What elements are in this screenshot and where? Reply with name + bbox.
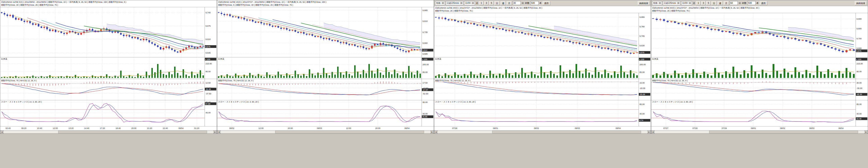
interval-week-button[interactable]: 週 bbox=[500, 1, 506, 5]
scroll-right-button[interactable]: ▶ bbox=[430, 131, 434, 134]
stoch-pane[interactable]: スロー・ストキャスティクス( 14, 3, 60, 20 ) 95.0045.0… bbox=[0, 100, 217, 126]
volume-pane[interactable]: 出来高 200.0085.00x 100 bbox=[217, 57, 434, 79]
scroll-right-button[interactable]: ▶ bbox=[213, 131, 217, 134]
interval-5min-button[interactable]: 5 bbox=[706, 1, 711, 5]
chart-panel-15min: 日経225mini 11/09( 15分) ( 2011/07/27 - 201… bbox=[217, 0, 434, 134]
h-scrollbar[interactable]: ◀ ▶ bbox=[651, 130, 868, 134]
svg-text:9,545: 9,545 bbox=[206, 52, 211, 54]
svg-text:9,675: 9,675 bbox=[206, 25, 211, 27]
volume-pane[interactable]: 出来高 200.0085.00x 100 bbox=[434, 57, 651, 79]
instrument-select[interactable]: 日経225mini▼ bbox=[446, 1, 464, 5]
scroll-left-button[interactable]: ◀ bbox=[0, 131, 4, 134]
scroll-left-button[interactable]: ◀ bbox=[651, 131, 655, 134]
scroll-left-button[interactable]: ◀ bbox=[217, 131, 221, 134]
macd-pane[interactable]: 移動平均(Close, 75 ) MACD( 12, 26, 9 ) 12.50… bbox=[0, 79, 217, 100]
scroll-track[interactable] bbox=[438, 131, 647, 134]
toolbar-right-group: 銘柄検索 bbox=[638, 1, 650, 5]
chart-panel-5min: 日経225mini 11/09( 5分) ( 2011/08/02 - 2011… bbox=[0, 0, 217, 134]
time-label: 08/01 bbox=[491, 127, 500, 130]
scroll-thumb[interactable] bbox=[492, 131, 641, 133]
svg-text:-11.48: -11.48 bbox=[205, 88, 211, 90]
interval-1min-button[interactable]: 1 bbox=[696, 1, 701, 5]
svg-text:-37.50: -37.50 bbox=[206, 92, 211, 95]
price-chart[interactable]: 9,7409,6759,6109,5459,575 bbox=[0, 7, 217, 57]
time-label: 13:20 bbox=[66, 127, 76, 130]
volume-pane[interactable]: 出来高 215.0095.00x 100 bbox=[0, 57, 217, 79]
scroll-track[interactable] bbox=[655, 131, 864, 134]
scroll-thumb[interactable] bbox=[58, 131, 207, 133]
svg-text:25.85: 25.85 bbox=[422, 116, 428, 118]
time-label: 20:00 bbox=[373, 127, 383, 130]
chart-title-line1: 日経225mini 11/09( 30分) ( 2011/07/27 - 201… bbox=[435, 6, 650, 9]
stoch-label: スロー・ストキャスティクス( 14, 3, 60, 20 ) bbox=[652, 101, 693, 104]
interval-week-button[interactable]: 週 bbox=[717, 1, 723, 5]
volume-pane[interactable]: 出来高 215.0095.00x 100 bbox=[651, 57, 868, 79]
h-scrollbar[interactable]: ◀ ▶ bbox=[0, 130, 217, 134]
svg-text:215.00: 215.00 bbox=[206, 62, 212, 65]
chart-title-line2: 移動平均(Close, 25 ) 移動平均(Close, 75 ) bbox=[652, 9, 867, 12]
time-label: 09:20 bbox=[19, 127, 29, 130]
stoch-pane[interactable]: スロー・ストキャスティクス( 14, 3, 60, 20 ) 85.0040.0… bbox=[434, 100, 651, 126]
bar-count-input[interactable] bbox=[747, 1, 755, 5]
bar-count-input[interactable] bbox=[530, 1, 538, 5]
instrument-select[interactable]: 日経225mini▼ bbox=[663, 1, 681, 5]
scroll-track[interactable] bbox=[4, 131, 213, 134]
svg-text:95.00: 95.00 bbox=[423, 101, 428, 104]
svg-text:-17.07: -17.07 bbox=[422, 89, 428, 91]
h-scrollbar[interactable]: ◀ ▶ bbox=[434, 130, 651, 134]
interval-day-button[interactable]: 日 bbox=[494, 1, 500, 5]
apply-button[interactable]: 適用 bbox=[760, 1, 767, 5]
scroll-left-button[interactable]: ◀ bbox=[434, 131, 438, 134]
svg-text:9,780: 9,780 bbox=[640, 26, 645, 28]
price-chart[interactable]: 9,9009,8009,7009,6009,575 bbox=[651, 13, 868, 57]
price-chart[interactable]: 9,8559,7809,7059,6309,575 bbox=[434, 13, 651, 57]
svg-text:30.00: 30.00 bbox=[857, 82, 862, 84]
interval-3min-button[interactable]: 3 bbox=[484, 1, 489, 5]
stoch-pane[interactable]: スロー・ストキャスティクス( 14, 3, 60, 20 ) 95.0040.0… bbox=[217, 100, 434, 126]
time-label: 20:00 bbox=[285, 127, 295, 130]
interval-minutes-input[interactable] bbox=[513, 1, 521, 5]
h-scrollbar[interactable]: ◀ ▶ bbox=[217, 130, 434, 134]
price-chart[interactable]: 9,8859,8109,7359,6609,5859,612 bbox=[217, 7, 434, 57]
stoch-pane[interactable]: スロー・ストキャスティクス( 14, 3, 60, 20 ) 85.0040.0… bbox=[651, 100, 868, 126]
macd-pane[interactable]: 移動平均(Close, 75 ) MACD( 12, 26, 9 ) 15.00… bbox=[434, 79, 651, 100]
chart-panel-60min: 先物▼日経225mini▼11/09▼足135日週月分本数本適用銘柄検索 日経2… bbox=[651, 0, 868, 134]
interval-1min-button[interactable]: 1 bbox=[479, 1, 484, 5]
volume-label: 出来高 bbox=[435, 58, 441, 60]
interval-month-button[interactable]: 月 bbox=[723, 1, 729, 5]
scroll-thumb[interactable] bbox=[709, 131, 858, 133]
scroll-thumb[interactable] bbox=[275, 131, 424, 133]
interval-5min-button[interactable]: 5 bbox=[489, 1, 494, 5]
svg-text:40.00: 40.00 bbox=[640, 113, 645, 115]
stoch-plot: 85.0040.0016.48 bbox=[651, 100, 868, 126]
scroll-right-button[interactable]: ▶ bbox=[647, 131, 651, 134]
minutes-label: 分 bbox=[738, 2, 741, 5]
apply-button[interactable]: 適用 bbox=[542, 1, 550, 5]
interval-month-button[interactable]: 月 bbox=[506, 1, 512, 5]
category-select-value: 先物 bbox=[653, 2, 657, 5]
scroll-right-button[interactable]: ▶ bbox=[864, 131, 868, 134]
macd-pane[interactable]: 移動平均(Close, 75 ) MACD( 12, 26, 9 ) 17.50… bbox=[217, 79, 434, 100]
category-select[interactable]: 先物▼ bbox=[435, 1, 445, 5]
contract-month-select[interactable]: 11/09▼ bbox=[681, 1, 692, 5]
price-plot: 9,8559,7809,7059,6309,575 bbox=[434, 13, 651, 57]
macd-pane[interactable]: 移動平均(Close, 75 ) MACD( 12, 26, 9 ) 30.00… bbox=[651, 79, 868, 100]
volume-plot: 200.0085.00x 100 bbox=[217, 57, 434, 79]
interval-day-button[interactable]: 日 bbox=[711, 1, 717, 5]
time-label: 08/04 bbox=[836, 127, 846, 130]
category-select[interactable]: 先物▼ bbox=[652, 1, 662, 5]
svg-text:-45.30: -45.30 bbox=[856, 93, 862, 95]
svg-text:-30.69: -30.69 bbox=[639, 93, 645, 95]
svg-text:40.00: 40.00 bbox=[857, 113, 862, 115]
toolbar: 先物▼日経225mini▼11/09▼足135日週月分本数本適用銘柄検索 bbox=[434, 0, 651, 6]
scroll-track[interactable] bbox=[221, 131, 430, 134]
time-label: 08/03 bbox=[807, 127, 817, 130]
contract-month-select[interactable]: 11/09▼ bbox=[464, 1, 475, 5]
chevron-down-icon: ▼ bbox=[460, 2, 463, 4]
interval-3min-button[interactable]: 3 bbox=[701, 1, 706, 5]
interval-minutes-input[interactable] bbox=[730, 1, 738, 5]
symbol-search-button[interactable]: 銘柄検索 bbox=[638, 1, 650, 5]
time-label: 21:20 bbox=[145, 127, 155, 130]
symbol-search-button[interactable]: 銘柄検索 bbox=[855, 1, 867, 5]
minutes-label: 分 bbox=[521, 2, 524, 5]
